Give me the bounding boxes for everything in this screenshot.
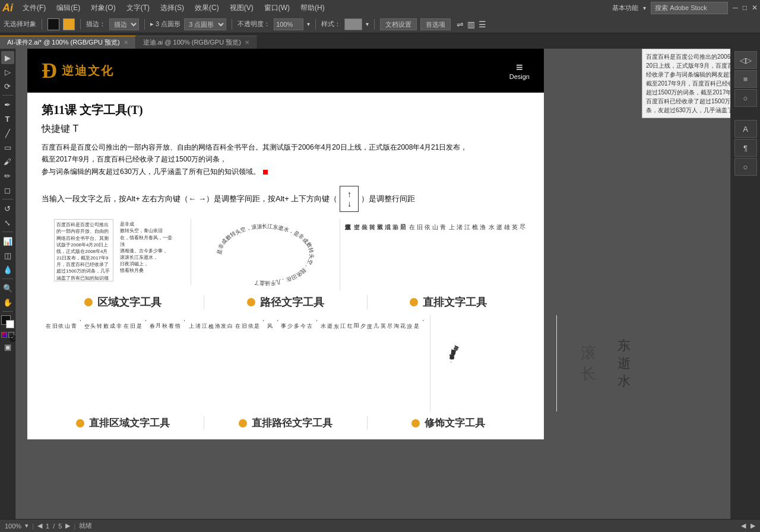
lasso-tool[interactable]: ⟳ — [1, 80, 14, 93]
menu-edit[interactable]: 编辑(E) — [52, 2, 85, 14]
right-panel-list[interactable]: ≡ — [734, 70, 757, 88]
artboard-nav-prev[interactable]: ◀ — [741, 522, 746, 530]
menu-window[interactable]: 窗口(W) — [259, 2, 294, 14]
prev-page-btn[interactable]: ◀ — [37, 522, 42, 530]
right-panel-para[interactable]: ¶ — [734, 139, 757, 157]
preferences-button[interactable]: 首选项 — [420, 18, 451, 30]
right-panel-glyph[interactable]: ○ — [734, 158, 757, 176]
gradient-tool[interactable]: ◫ — [1, 249, 14, 262]
tool-sep-1 — [2, 95, 13, 96]
vert-area-label: 直排区域文字工具 — [89, 416, 170, 430]
menu-right-area: 基本功能 ▾ 搜索 Adobe Stock ─ □ ✕ — [612, 2, 758, 14]
stroke-select[interactable]: 描边 — [109, 18, 139, 30]
menu-view[interactable]: 视图(V) — [225, 2, 258, 14]
close-icon[interactable]: ✕ — [752, 4, 758, 12]
select-tool[interactable]: ▶ — [1, 51, 14, 64]
maximize-icon[interactable]: □ — [743, 4, 747, 12]
menu-object[interactable]: 对象(O) — [86, 2, 120, 14]
arrange-icon[interactable]: ▥ — [467, 20, 475, 29]
search-stock-input[interactable]: 搜索 Adobe Stock — [651, 2, 728, 14]
label-vert-area: 直排区域文字工具 — [42, 416, 204, 430]
deco-text: 东逝水 — [618, 337, 631, 390]
text-tool[interactable]: T — [1, 112, 14, 125]
left-toolbar: ▶ ▷ ⟳ ✒ T ╱ ▭ 🖌 ✏ ◻ ↺ ⤡ 📊 ◫ 💧 🔍 ✋ ⊘ ▣ — [0, 49, 15, 519]
vertical-text-example: 滚滚长江东逝水 旧是泊非泪成溅败英转雄头逝空 青山依旧在 渔樵江渚上 尽英雄逝水 — [340, 219, 530, 290]
tab-nidi[interactable]: 逆迪.ai @ 100% (RGB/GPU 预览) ✕ — [136, 36, 257, 49]
menu-select[interactable]: 选择(S) — [156, 2, 189, 14]
zoom-tool[interactable]: 🔍 — [1, 281, 14, 294]
deco-char-2: 滚长 — [581, 343, 596, 384]
bullet-area — [84, 298, 93, 306]
tab-nidi-close[interactable]: ✕ — [245, 39, 249, 46]
decoration-text-example: 游 滚长 以 东逝水 — [557, 333, 634, 394]
none-icon[interactable]: ⊘ — [8, 332, 14, 338]
toolbar-sep-1 — [42, 19, 42, 30]
hand-tool[interactable]: ✋ — [1, 296, 14, 309]
label-area-text: 区域文字工具 — [42, 295, 204, 309]
fill-stroke-indicator[interactable] — [1, 315, 14, 328]
points-select[interactable]: 3 点圆形 — [184, 18, 226, 30]
tab-course-close[interactable]: ✕ — [124, 39, 128, 46]
artboard-tool[interactable]: ▣ — [1, 340, 14, 353]
menu-help[interactable]: 帮助(H) — [296, 2, 330, 14]
zoom-dropdown[interactable]: ▾ — [25, 522, 28, 530]
workspace-label[interactable]: 基本功能 — [612, 4, 638, 12]
fill-color-box[interactable] — [48, 18, 59, 30]
paint-brush-tool[interactable]: 🖌 — [1, 155, 14, 168]
vertical-area-example: 非成败转头空，青山依旧在 ，惜看秋月春，是旧在 白发渔樵江渚上 风，是依旧在 古… — [42, 315, 430, 411]
area-text-label: 区域文字工具 — [97, 295, 162, 309]
vertical-path-example: 是非成败转头空滚滚长江东逝水，几乎涵盖了所有已知的知识领域。是非成败 — [430, 315, 557, 411]
menu-file[interactable]: 文件(F) — [18, 2, 50, 14]
line-tool[interactable]: ╱ — [1, 126, 14, 140]
workspace-dropdown-icon[interactable]: ▾ — [643, 5, 646, 11]
menu-effect[interactable]: 效果(C) — [190, 2, 224, 14]
color-mode-icons: ⊘ — [1, 332, 14, 338]
scale-tool[interactable]: ⤡ — [1, 216, 14, 229]
rotate-tool[interactable]: ↺ — [1, 202, 14, 215]
canvas-area: Ð 逆迪文化 ≡ Design 第11课 文字工具(T) 快捷键 T 百度百科是… — [15, 49, 760, 519]
style-preview[interactable] — [344, 18, 362, 30]
eraser-tool[interactable]: ◻ — [1, 183, 14, 197]
tab-course-label: AI-课件2.ai* @ 100% (RGB/GPU 预览) — [7, 38, 120, 47]
description-text: 百度百科是百度公司推出的一部内容开放、自由的网络百科全书平台。其测试版于2006… — [42, 141, 530, 178]
label-vertical-text: 直排文字工具 — [368, 295, 530, 309]
header-right: ≡ Design — [509, 61, 530, 80]
tool-sep-4 — [2, 278, 13, 279]
total-pages: 5 — [58, 522, 62, 530]
stroke-color-box[interactable] — [63, 18, 75, 30]
right-panel-text-A[interactable]: A — [734, 120, 757, 138]
doc-settings-button[interactable]: 文档设置 — [380, 18, 417, 30]
deco-char-1: 游 — [560, 353, 576, 374]
opacity-dropdown[interactable]: ▾ — [307, 21, 310, 27]
tab-course[interactable]: AI-课件2.ai* @ 100% (RGB/GPU 预览) ✕ — [0, 36, 136, 49]
bullet-vert-area — [76, 419, 84, 428]
status-bar: 100% ▾ | ◀ 1 / 5 ▶ | 就绪 ◀ ▶ — [0, 519, 760, 532]
minimize-icon[interactable]: ─ — [733, 4, 738, 12]
toolbar-sep-3 — [144, 19, 145, 30]
more-icon[interactable]: ☰ — [479, 20, 486, 29]
style-dropdown[interactable]: ▾ — [366, 21, 369, 27]
graph-tool[interactable]: 📊 — [1, 235, 14, 248]
design-label: Design — [509, 73, 530, 80]
menu-text[interactable]: 文字(T) — [122, 2, 154, 14]
svg-text:是非成败转头空滚滚长江东逝水，几乎涵盖了所有已知的知识领域。: 是非成败转头空滚滚长江东逝水，几乎涵盖了所有已知的知识领域。是非成败 — [449, 344, 460, 363]
tool-sep-2 — [2, 199, 13, 200]
opacity-label: 不透明度： — [238, 20, 270, 28]
logo-d-char: Ð — [42, 58, 57, 83]
eyedropper-tool[interactable]: 💧 — [1, 263, 14, 276]
direct-select-tool[interactable]: ▷ — [1, 65, 14, 78]
next-page-btn[interactable]: ▶ — [65, 522, 70, 530]
toolbar-sep-4 — [232, 19, 232, 30]
toolbar-extra-icon[interactable]: ⇌ — [457, 20, 464, 29]
opacity-input[interactable] — [274, 18, 303, 30]
pen-tool[interactable]: ✒ — [1, 98, 14, 111]
pencil-tool[interactable]: ✏ — [1, 169, 14, 182]
gradient-icon[interactable] — [1, 332, 7, 338]
page-of: / — [53, 522, 55, 530]
artboard-nav-next[interactable]: ▶ — [750, 522, 755, 530]
page-num: 1 — [46, 522, 49, 530]
right-panel-circle[interactable]: ○ — [734, 89, 757, 107]
menu-bar: Ai 文件(F) 编辑(E) 对象(O) 文字(T) 选择(S) 效果(C) 视… — [0, 0, 760, 15]
rect-tool[interactable]: ▭ — [1, 141, 14, 154]
right-panel-collapse[interactable]: ◁▷ — [734, 51, 757, 69]
